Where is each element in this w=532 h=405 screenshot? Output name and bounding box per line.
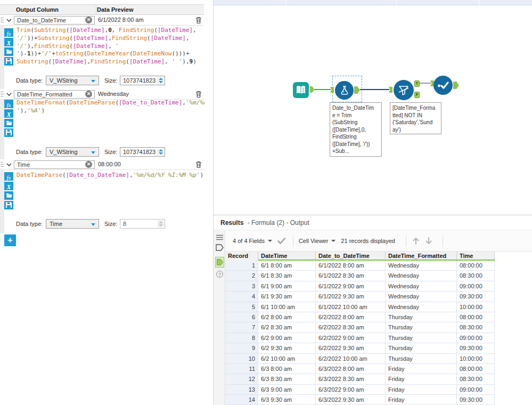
functions-button[interactable]: fx	[4, 100, 13, 108]
chevron-down-icon[interactable]	[6, 17, 12, 23]
table-row[interactable]: 46/1 9:30 am6/1/2022 9:30 amWednesday09:…	[225, 291, 495, 302]
functions-button[interactable]: fx	[4, 28, 13, 37]
record-number-cell[interactable]: 9	[225, 343, 258, 353]
scroll-down-icon[interactable]	[424, 237, 433, 245]
data-cell[interactable]: Thursday	[386, 354, 457, 364]
size-input[interactable]: 1073741823	[120, 147, 165, 157]
data-cell[interactable]: Friday	[386, 364, 457, 374]
output-column-name-input[interactable]: Date_to_DateTime	[14, 16, 95, 25]
true-output-anchor[interactable]: T	[414, 80, 420, 87]
data-cell[interactable]: 6/3 8:00 am	[258, 364, 316, 374]
data-cell[interactable]: Friday	[386, 395, 457, 405]
record-number-cell[interactable]: 12	[225, 374, 258, 384]
output-column-name-input[interactable]: DateTime_Formatted	[14, 90, 95, 99]
record-number-cell[interactable]: 5	[225, 302, 258, 312]
data-cell[interactable]: Wednesday	[386, 291, 457, 302]
formula-annotation[interactable]: Date_to_DateTim e = Trim (SubString ([Da…	[330, 102, 382, 157]
delete-expression-icon[interactable]	[195, 16, 202, 24]
drag-handle-icon[interactable]	[1, 162, 4, 167]
data-cell[interactable]: 6/2 8:30 am	[258, 322, 316, 333]
output-anchor-selected[interactable]	[215, 257, 224, 268]
table-row[interactable]: 66/2 8:00 am6/2/2022 8:00 amThursday08:0…	[225, 312, 495, 322]
data-cell[interactable]: 09:00:00	[457, 385, 495, 395]
data-cell[interactable]: 6/1/2022 8:30 am	[316, 271, 386, 281]
data-cell[interactable]: 09:30:00	[457, 291, 495, 302]
table-row[interactable]: 106/2 10:00 am6/2/2022 10:00 amThursday1…	[225, 354, 495, 364]
record-number-cell[interactable]: 4	[225, 291, 258, 302]
data-cell[interactable]: 09:30:00	[457, 343, 495, 353]
data-cell[interactable]: Wednesday	[386, 271, 457, 281]
formula-tool[interactable]	[335, 81, 354, 100]
data-cell[interactable]: 6/3/2022 8:30 am	[316, 374, 386, 384]
filter-annotation[interactable]: [DateTime_Forma tted] NOT IN ('Saturday'…	[390, 102, 441, 134]
data-cell[interactable]: 09:30:00	[457, 395, 495, 405]
output-anchor[interactable]	[453, 82, 459, 89]
size-input[interactable]: 1073741823	[120, 76, 165, 85]
workflow-canvas[interactable]: T F Date_to_DateTim e = Trim (SubString …	[213, 0, 532, 215]
record-number-cell[interactable]: 11	[225, 364, 258, 374]
data-cell[interactable]: 6/3 8:30 am	[258, 374, 316, 384]
data-cell[interactable]: Thursday	[386, 333, 457, 343]
table-row[interactable]: 36/1 9:00 am6/1/2022 9:00 amWednesday09:…	[225, 281, 495, 291]
anchor-view-icon[interactable]	[216, 244, 224, 251]
data-cell[interactable]: 6/2 9:00 am	[258, 333, 316, 343]
filter-tool[interactable]	[394, 80, 414, 100]
clear-column-icon[interactable]: ✕	[85, 17, 92, 23]
data-cell[interactable]: 6/3 9:30 am	[258, 395, 316, 405]
table-row[interactable]: 136/3 9:00 am6/3/2022 9:00 amFriday09:00…	[225, 385, 495, 395]
column-header-record[interactable]: Record	[225, 252, 258, 261]
data-cell[interactable]: 08:00:00	[457, 261, 495, 271]
record-number-cell[interactable]: 7	[225, 322, 258, 333]
variables-button[interactable]: X	[4, 182, 13, 190]
record-number-cell[interactable]: 10	[225, 354, 258, 364]
data-cell[interactable]: Thursday	[386, 343, 457, 353]
data-cell[interactable]: 6/1/2022 10:00 am	[316, 302, 386, 312]
data-type-dropdown[interactable]: V_WString	[46, 76, 99, 85]
table-row[interactable]: 126/3 8:30 am6/3/2022 8:30 amFriday08:30…	[225, 374, 495, 384]
data-cell[interactable]: Thursday	[386, 312, 457, 322]
data-cell[interactable]: 6/1 9:30 am	[258, 291, 316, 302]
save-expression-button[interactable]	[4, 57, 13, 66]
functions-button[interactable]: fx	[4, 172, 13, 181]
data-cell[interactable]: 6/1 10:00 am	[258, 302, 316, 312]
data-cell[interactable]: 6/3/2022 8:00 am	[316, 364, 386, 374]
data-cell[interactable]: Wednesday	[386, 261, 457, 271]
chevron-down-icon[interactable]	[6, 161, 12, 168]
data-cell[interactable]: 09:00:00	[457, 281, 495, 291]
data-cell[interactable]: 6/1/2022 8:00 am	[316, 261, 386, 271]
table-row[interactable]: 86/2 9:00 am6/2/2022 9:00 amThursday09:0…	[225, 333, 495, 343]
record-number-cell[interactable]: 8	[225, 333, 258, 343]
data-cell[interactable]: 6/2/2022 8:30 am	[316, 322, 386, 333]
table-row[interactable]: 116/3 8:00 am6/3/2022 8:00 amFriday08:00…	[225, 364, 495, 374]
add-expression-button[interactable]: +	[4, 234, 16, 246]
size-spinner[interactable]	[157, 77, 164, 84]
data-cell[interactable]: 6/2 9:30 am	[258, 343, 316, 353]
data-type-dropdown[interactable]: Time	[46, 219, 99, 229]
data-cell[interactable]: 08:00:00	[457, 364, 495, 374]
data-cell[interactable]: 08:30:00	[457, 322, 495, 333]
data-cell[interactable]: 08:00:00	[457, 312, 495, 322]
variables-button[interactable]: X	[4, 109, 13, 118]
open-expression-button[interactable]	[4, 191, 13, 200]
apply-check-icon[interactable]	[277, 238, 285, 244]
output-anchor[interactable]	[310, 86, 314, 93]
delete-expression-icon[interactable]	[195, 160, 202, 168]
data-cell[interactable]: 6/2/2022 8:00 am	[316, 312, 386, 322]
drag-handle-icon[interactable]	[1, 18, 4, 22]
table-row[interactable]: 56/1 10:00 am6/1/2022 10:00 amWednesday1…	[225, 302, 495, 312]
chevron-down-icon[interactable]	[6, 91, 12, 98]
delete-expression-icon[interactable]	[195, 90, 202, 98]
false-output-anchor[interactable]: F	[414, 92, 420, 98]
data-cell[interactable]: 6/1 8:30 am	[258, 271, 316, 281]
record-number-cell[interactable]: 6	[225, 312, 258, 322]
record-number-cell[interactable]: 1	[225, 261, 258, 271]
clear-column-icon[interactable]: ✕	[85, 161, 92, 168]
expression-editor[interactable]: Trim(SubString([DateTime],0, FindString(…	[17, 27, 204, 67]
input-anchor[interactable]	[389, 87, 392, 93]
table-row[interactable]: 76/2 8:30 am6/2/2022 8:30 amThursday08:3…	[225, 322, 495, 333]
record-number-cell[interactable]: 14	[225, 395, 258, 405]
drag-handle-icon[interactable]	[1, 92, 4, 96]
size-spinner[interactable]	[157, 148, 164, 156]
clear-column-icon[interactable]: ✕	[85, 91, 92, 98]
data-cell[interactable]: 6/2/2022 9:30 am	[316, 343, 386, 353]
